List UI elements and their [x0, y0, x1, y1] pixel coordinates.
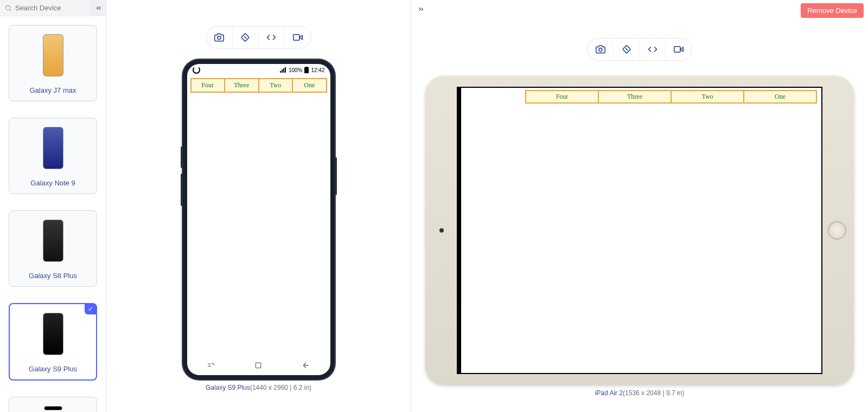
- main-workspace: 100% 12:42 Four Three Two One: [106, 0, 868, 412]
- record-button[interactable]: [285, 27, 311, 48]
- svg-marker-5: [299, 35, 302, 40]
- rotate-icon: [622, 44, 631, 54]
- rotate-button[interactable]: [233, 27, 259, 48]
- code-icon: [266, 33, 276, 42]
- code-icon: [648, 44, 658, 54]
- device-thumb: [14, 124, 92, 172]
- device-thumb: [14, 31, 92, 80]
- device-caption: iPad Air 2(1536 x 2048 | 9.7 in): [595, 389, 685, 397]
- clock: 12:42: [311, 67, 324, 73]
- search-bar: [0, 0, 106, 16]
- video-icon: [674, 44, 684, 54]
- camera-dot: [439, 228, 444, 233]
- nav-tabs: Four Three Two One: [525, 90, 817, 104]
- collapse-sidebar-button[interactable]: [91, 0, 106, 16]
- device-thumb: [14, 403, 92, 412]
- check-icon: ✓: [85, 304, 97, 314]
- device-label: Galaxy Note 9: [14, 179, 92, 187]
- camera-icon: [596, 44, 605, 54]
- nav-tab[interactable]: Two: [259, 79, 293, 92]
- phone-frame: 100% 12:42 Four Three Two One: [183, 60, 335, 379]
- device-label: Galaxy S8 Plus: [14, 272, 92, 280]
- svg-point-11: [599, 48, 602, 52]
- device-toolbar: [106, 26, 411, 49]
- phone-preview: 100% 12:42 Four Three Two One: [106, 60, 411, 391]
- ipad-frame: Four Three Two One: [425, 76, 854, 385]
- battery-percent: 100%: [289, 67, 303, 73]
- rotate-button[interactable]: [614, 38, 640, 60]
- battery-icon: [304, 67, 309, 73]
- device-card-galaxy-s8-plus[interactable]: Galaxy S8 Plus: [9, 210, 97, 287]
- home-button[interactable]: [828, 221, 846, 240]
- camera-icon: [214, 33, 224, 42]
- nav-tab[interactable]: Three: [599, 91, 672, 102]
- device-caption: Galaxy S9 Plus(1440 x 2960 | 6.2 in): [206, 384, 311, 391]
- loading-icon: [193, 66, 200, 74]
- nav-tab[interactable]: One: [293, 79, 326, 92]
- nav-tab[interactable]: Four: [192, 79, 226, 92]
- device-sidebar: Galaxy J7 max Galaxy Note 9 Galaxy S8 Pl…: [0, 0, 106, 412]
- device-label: Galaxy J7 max: [14, 86, 92, 94]
- android-nav-bar: [187, 356, 330, 375]
- rotate-icon: [240, 33, 250, 42]
- svg-point-2: [218, 36, 221, 40]
- device-toolbar: [411, 38, 868, 61]
- nav-tab[interactable]: Three: [225, 79, 259, 92]
- record-button[interactable]: [666, 38, 692, 60]
- inspect-button[interactable]: [640, 38, 666, 60]
- inspect-button[interactable]: [259, 27, 285, 48]
- svg-line-13: [625, 48, 627, 50]
- device-thumb: [14, 310, 92, 358]
- search-icon: [4, 4, 12, 12]
- phone-screen[interactable]: 100% 12:42 Four Three Two One: [187, 64, 330, 375]
- status-bar: 100% 12:42: [187, 64, 330, 76]
- device-label: Galaxy S9 Plus: [14, 365, 92, 373]
- back-icon[interactable]: [302, 361, 310, 370]
- preview-pane-phone: 100% 12:42 Four Three Two One: [106, 0, 411, 412]
- nav-tab[interactable]: Four: [526, 91, 599, 102]
- svg-point-0: [5, 5, 10, 10]
- svg-marker-14: [680, 47, 683, 52]
- svg-rect-8: [305, 67, 308, 67]
- video-icon: [293, 33, 303, 42]
- svg-line-1: [10, 9, 11, 11]
- device-card-galaxy-j7-max[interactable]: Galaxy J7 max: [9, 25, 97, 101]
- ipad-screen[interactable]: Four Three Two One: [457, 87, 822, 374]
- screenshot-button[interactable]: [588, 38, 614, 60]
- chevron-double-left-icon: [95, 4, 103, 12]
- preview-pane-tablet: Remove Device Four Three Two: [411, 0, 868, 412]
- nav-tab[interactable]: One: [744, 91, 816, 102]
- nav-tab[interactable]: Two: [672, 91, 744, 102]
- svg-rect-9: [256, 363, 261, 368]
- device-card-galaxy-note-9[interactable]: Galaxy Note 9: [9, 118, 97, 194]
- nav-tabs: Four Three Two One: [190, 78, 327, 93]
- remove-device-button[interactable]: Remove Device: [801, 3, 864, 18]
- recents-icon[interactable]: [207, 361, 215, 370]
- home-icon[interactable]: [254, 362, 262, 369]
- search-input[interactable]: [15, 4, 86, 12]
- chevron-double-right-icon: [417, 5, 425, 13]
- device-card-next[interactable]: [9, 397, 97, 412]
- tablet-preview: Four Three Two One iPad Air 2(1536 x 204…: [411, 72, 868, 397]
- device-card-galaxy-s9-plus[interactable]: ✓ Galaxy S9 Plus: [9, 303, 97, 381]
- expand-pane-button[interactable]: [414, 3, 427, 15]
- svg-rect-6: [293, 35, 299, 41]
- device-thumb: [14, 216, 92, 265]
- screenshot-button[interactable]: [207, 27, 233, 48]
- svg-line-4: [244, 36, 246, 38]
- signal-icon: [280, 67, 286, 73]
- svg-rect-7: [304, 67, 309, 73]
- device-list[interactable]: Galaxy J7 max Galaxy Note 9 Galaxy S8 Pl…: [0, 16, 106, 412]
- svg-rect-15: [674, 47, 680, 53]
